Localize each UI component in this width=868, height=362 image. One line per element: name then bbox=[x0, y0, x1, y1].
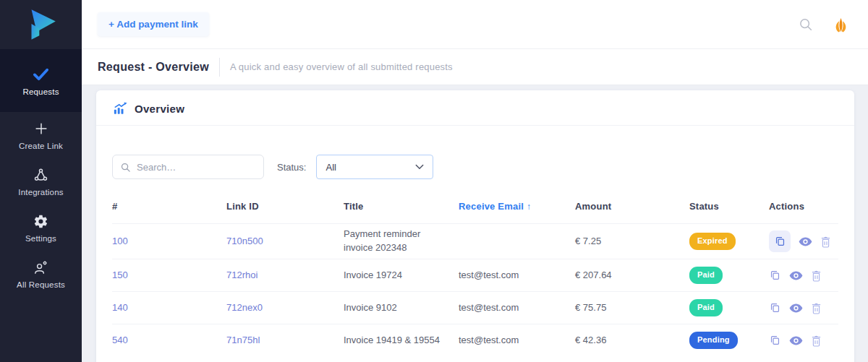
page-title: Request - Overview bbox=[98, 61, 209, 74]
row-link-id[interactable]: 712nex0 bbox=[226, 301, 344, 315]
col-header-actions: Actions bbox=[769, 201, 838, 212]
row-id-link[interactable]: 540 bbox=[112, 334, 226, 348]
status-label: Status: bbox=[277, 162, 306, 173]
row-actions bbox=[769, 301, 838, 314]
eye-icon[interactable] bbox=[799, 237, 812, 246]
page-header: Request - Overview A quick and easy over… bbox=[82, 49, 868, 85]
card-title: Overview bbox=[135, 103, 184, 115]
row-amount: € 75.75 bbox=[575, 301, 689, 315]
col-header-title[interactable]: Title bbox=[344, 201, 459, 212]
trash-icon[interactable] bbox=[811, 302, 822, 314]
row-title: Invoice 19419 & 19554 bbox=[344, 334, 459, 348]
col-header-receive-email[interactable]: Receive Email↑ bbox=[459, 201, 575, 212]
sidebar-item-label: Requests bbox=[22, 87, 59, 96]
status-badge: Paid bbox=[689, 299, 723, 317]
sidebar-item-integrations[interactable]: Integrations bbox=[0, 158, 82, 204]
row-link-id[interactable]: 710n500 bbox=[226, 235, 344, 249]
sidebar-item-label: Settings bbox=[25, 234, 56, 243]
sidebar-item-settings[interactable]: Settings bbox=[0, 204, 82, 251]
table-row: 100 710n500 Payment reminder invoice 202… bbox=[112, 223, 838, 259]
eye-icon[interactable] bbox=[789, 303, 803, 313]
row-actions bbox=[769, 230, 838, 252]
copy-icon[interactable] bbox=[769, 230, 791, 252]
trash-icon[interactable] bbox=[820, 236, 831, 248]
row-email: test@test.com bbox=[459, 301, 575, 315]
app-window: Requests Create Link Integrations bbox=[0, 0, 868, 362]
card-header: Overview bbox=[96, 90, 854, 126]
sidebar-item-all-requests[interactable]: All Requests bbox=[0, 251, 82, 297]
search-icon[interactable] bbox=[798, 17, 814, 33]
row-link-id[interactable]: 71n75hl bbox=[226, 334, 344, 348]
add-payment-link-button[interactable]: + Add payment link bbox=[98, 12, 209, 36]
sidebar: Requests Create Link Integrations bbox=[0, 0, 82, 362]
col-header-receive-email-label: Receive Email bbox=[459, 201, 524, 212]
row-title: Invoice 19724 bbox=[344, 269, 459, 283]
sidebar-item-requests[interactable]: Requests bbox=[0, 49, 82, 112]
chevron-down-icon bbox=[415, 164, 424, 170]
gear-icon bbox=[33, 212, 50, 230]
eye-icon[interactable] bbox=[789, 271, 803, 280]
col-header-link-id[interactable]: Link ID bbox=[226, 201, 344, 212]
content-area: Overview Status: All bbox=[82, 85, 868, 362]
status-badge: Pending bbox=[689, 332, 738, 350]
topbar: + Add payment link bbox=[82, 0, 868, 49]
bar-chart-icon bbox=[114, 102, 127, 115]
copy-icon[interactable] bbox=[769, 269, 781, 282]
sort-asc-icon: ↑ bbox=[527, 202, 531, 212]
overview-card: Overview Status: All bbox=[96, 90, 854, 362]
row-amount: € 207.64 bbox=[575, 269, 689, 283]
sidebar-item-label: Integrations bbox=[18, 188, 64, 197]
main-area: + Add payment link Request - Overview bbox=[82, 0, 868, 362]
app-logo[interactable] bbox=[0, 0, 82, 49]
header-divider bbox=[219, 58, 220, 77]
filters-row: Status: All bbox=[112, 155, 838, 179]
table-row: 540 71n75hl Invoice 19419 & 19554 test@t… bbox=[112, 324, 838, 356]
sidebar-item-label: Create Link bbox=[19, 142, 63, 150]
page-subtitle: A quick and easy overview of all submitt… bbox=[230, 61, 453, 72]
table-row: 140 712nex0 Invoice 9102 test@test.com €… bbox=[112, 291, 838, 324]
row-id-link[interactable]: 100 bbox=[112, 235, 226, 249]
row-amount: € 42.36 bbox=[575, 334, 689, 348]
logo-p-icon bbox=[22, 4, 61, 45]
search-input[interactable] bbox=[137, 162, 256, 173]
check-icon bbox=[33, 66, 50, 83]
status-badge: Paid bbox=[689, 267, 723, 285]
network-icon bbox=[33, 166, 50, 184]
sidebar-item-label: All Requests bbox=[17, 280, 65, 289]
copy-icon[interactable] bbox=[769, 301, 781, 314]
row-email: test@test.com bbox=[459, 334, 575, 348]
trash-icon[interactable] bbox=[811, 335, 822, 347]
person-gear-icon bbox=[33, 259, 50, 276]
copy-icon[interactable] bbox=[769, 334, 781, 347]
row-amount: € 7.25 bbox=[575, 235, 689, 249]
requests-table: # Link ID Title Receive Email↑ Amount St… bbox=[112, 201, 838, 356]
table-search bbox=[112, 155, 264, 179]
table-header-row: # Link ID Title Receive Email↑ Amount St… bbox=[112, 201, 838, 223]
trash-icon[interactable] bbox=[811, 270, 822, 282]
row-email: test@test.com bbox=[459, 269, 575, 283]
eye-icon[interactable] bbox=[789, 336, 803, 345]
plus-icon bbox=[33, 120, 50, 137]
col-header-status[interactable]: Status bbox=[689, 201, 769, 212]
search-icon bbox=[120, 162, 131, 173]
col-header-amount[interactable]: Amount bbox=[575, 201, 689, 212]
table-row: 150 712rhoi Invoice 19724 test@test.com … bbox=[112, 259, 838, 291]
row-title: Payment reminder invoice 202348 bbox=[344, 228, 459, 255]
col-header-id[interactable]: # bbox=[112, 201, 226, 212]
row-id-link[interactable]: 140 bbox=[112, 301, 226, 315]
brand-flame-icon[interactable] bbox=[831, 14, 851, 35]
row-actions bbox=[769, 334, 838, 347]
row-link-id[interactable]: 712rhoi bbox=[226, 269, 344, 283]
status-select[interactable]: All bbox=[316, 155, 433, 179]
row-title: Invoice 9102 bbox=[344, 301, 459, 315]
row-actions bbox=[769, 269, 838, 282]
row-id-link[interactable]: 150 bbox=[112, 269, 226, 283]
status-badge: Expired bbox=[689, 233, 736, 251]
status-select-value: All bbox=[326, 162, 336, 173]
sidebar-item-create-link[interactable]: Create Link bbox=[0, 112, 82, 158]
